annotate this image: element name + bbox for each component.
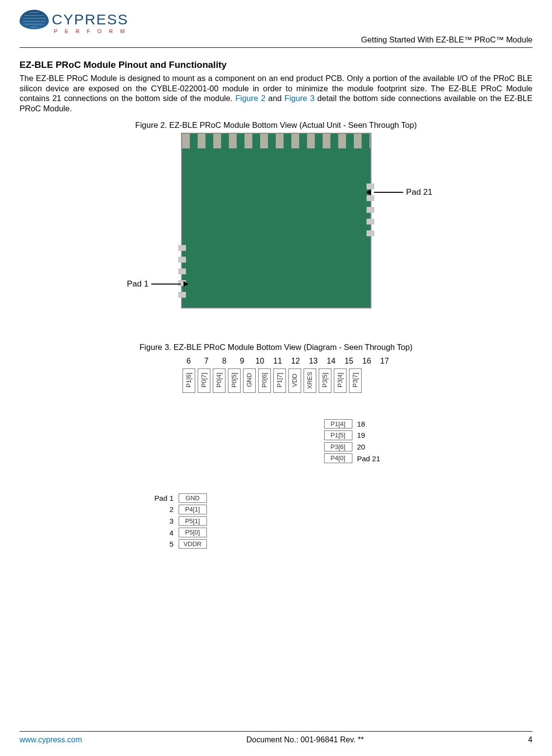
pin-label: P1[6] [183,368,195,393]
right-pin-column: P1[4]18P1[5]19P3[6]20P4[0]Pad 21 [324,419,387,463]
pin-label: P4[0] [324,453,352,463]
pin-number: 8 [219,357,230,366]
pin-label: P4[1] [179,505,207,514]
pin-number: 3 [153,517,174,525]
arrow-head-right-icon [184,281,188,287]
pin-label: P3[5] [319,368,331,393]
pin-label: GND [179,493,207,503]
arrow-line-icon [374,192,403,193]
pin-number: 6 [184,357,194,366]
pin-row: Pad 1GND [153,493,207,503]
section-paragraph: The EZ-BLE PRoC Module is designed to mo… [20,73,532,114]
pcb-right-pads-icon [367,178,374,236]
footer-page-number: 4 [528,736,532,744]
pin-label: VDDR [179,539,207,549]
para-mid: and [266,94,285,102]
pin-label: XRES [304,368,316,393]
link-figure-2[interactable]: Figure 2 [235,94,266,102]
callout-pad-21: Pad 21 [366,187,432,197]
pin-label: P5[0] [179,528,207,537]
doc-title: Getting Started With EZ-BLE™ PRoC™ Modul… [361,35,532,44]
pin-label: P3[6] [324,442,352,452]
pin-number: 15 [344,357,354,366]
pin-row: P3[6]20 [324,442,387,452]
section-heading: EZ-BLE PRoC Module Pinout and Functional… [20,60,532,70]
left-pin-column: 5VDDR4P5[0]3P5[1]2P4[1]Pad 1GND [153,493,207,549]
figure-2-caption: Figure 2. EZ-BLE PRoC Module Bottom View… [20,121,532,130]
link-figure-3[interactable]: Figure 3 [285,94,315,102]
pin-number: 20 [357,443,387,451]
pin-number: 5 [153,540,174,548]
pin-row: 4P5[0] [153,528,207,537]
arrow-head-left-icon [366,189,371,195]
figure-3: 67891011121314151617 P1[6]P0[7]P0[4]P0[5… [125,357,428,591]
arrow-line-icon [151,284,181,285]
figure-3-caption: Figure 3. EZ-BLE PRoC Module Bottom View… [20,343,532,352]
pin-number: 2 [153,505,174,513]
pin-label: VDD [288,368,301,393]
pin-number: Pad 21 [357,454,387,463]
pin-row: 5VDDR [153,539,207,549]
pin-row: 3P5[1] [153,516,207,526]
pin-number: 12 [290,357,301,366]
logo-text: CYPRESS [52,11,128,28]
pin-row: P1[5]19 [324,430,387,440]
pin-number: 11 [272,357,283,366]
pin-label: P1[5] [324,430,352,440]
footer-doc-number: Document No.: 001-96841 Rev. ** [246,736,364,744]
pin-row: 2P4[1] [153,505,207,514]
pin-number: Pad 1 [153,494,174,502]
pin-number: 13 [308,357,319,366]
figure-2: Pad 1 Pad 21 [20,133,532,328]
pin-label: P1[7] [273,368,286,393]
pin-number: 19 [357,431,387,439]
footer-url[interactable]: www.cypress.com [20,736,82,744]
pin-number: 17 [379,357,390,366]
pin-label: P3[7] [349,368,362,393]
pin-number: 4 [153,529,174,537]
pin-row: P4[0]Pad 21 [324,453,387,463]
pin-label: P0[4] [213,368,225,393]
logo-globe-icon [20,10,49,29]
pcb-left-pads-icon [178,239,186,298]
pin-label: P5[1] [179,516,207,526]
top-pin-labels: P1[6]P0[7]P0[4]P0[5]GNDP0[6]P1[7]VDDXRES… [183,368,362,393]
page-header: CYPRESS P E R F O R M Getting Started Wi… [20,10,532,48]
pin-label: P3[4] [334,368,347,393]
pad-1-label: Pad 1 [127,279,148,289]
pin-label: P1[4] [324,419,352,429]
callout-pad-1: Pad 1 [127,279,188,289]
pcb-photo [181,133,371,308]
pin-label: GND [243,368,256,393]
pin-label: P0[6] [258,368,271,393]
pin-label: P0[5] [228,368,241,393]
pin-label: P0[7] [198,368,210,393]
top-pin-numbers: 67891011121314151617 [184,357,390,366]
pin-number: 10 [255,357,266,366]
pin-number: 9 [237,357,247,366]
logo: CYPRESS P E R F O R M [20,10,128,34]
pad-21-label: Pad 21 [406,187,432,197]
pin-number: 14 [326,357,337,366]
pin-number: 18 [357,420,387,428]
page-footer: www.cypress.com Document No.: 001-96841 … [20,731,532,744]
pin-number: 16 [362,357,372,366]
pin-number: 7 [201,357,212,366]
pin-row: P1[4]18 [324,419,387,429]
